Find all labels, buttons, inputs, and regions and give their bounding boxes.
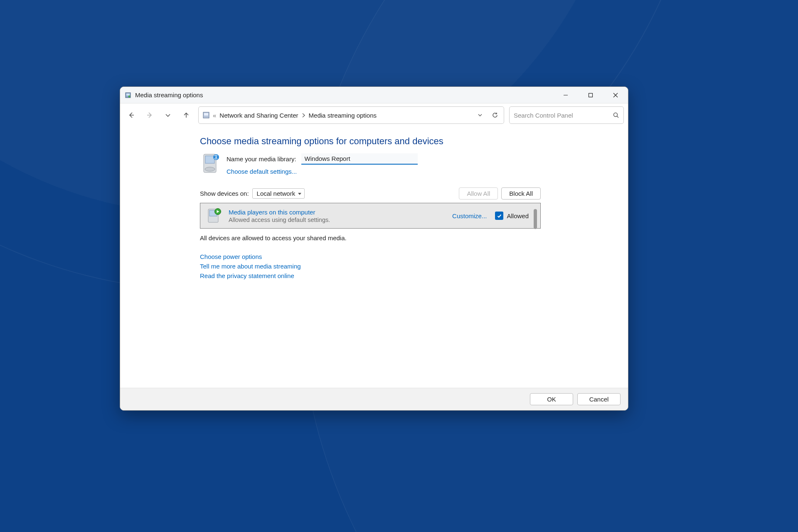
svg-rect-6 [204, 113, 208, 116]
titlebar: Media streaming options [120, 87, 628, 103]
nav-toolbar: « Network and Sharing Center Media strea… [120, 103, 628, 127]
content-area: Choose media streaming options for compu… [120, 127, 628, 388]
search-input[interactable] [514, 112, 613, 119]
device-list: Media players on this computer Allowed a… [200, 203, 541, 229]
show-devices-label: Show devices on: [200, 190, 249, 197]
minimize-button[interactable] [553, 87, 578, 103]
block-all-button[interactable]: Block All [501, 187, 541, 200]
svg-line-8 [617, 116, 619, 118]
scrollbar-thumb[interactable] [534, 209, 537, 229]
svg-rect-1 [126, 94, 130, 96]
breadcrumb-network-sharing[interactable]: Network and Sharing Center [219, 111, 299, 120]
address-icon [202, 111, 210, 119]
show-devices-value: Local network [257, 190, 296, 197]
allow-all-button[interactable]: Allow All [459, 187, 498, 200]
allowed-toggle[interactable]: Allowed [495, 212, 529, 220]
search-field[interactable] [509, 106, 624, 124]
svg-rect-10 [205, 156, 214, 163]
chevron-right-icon [302, 113, 305, 118]
status-line: All devices are allowed to access your s… [200, 234, 620, 241]
device-row[interactable]: Media players on this computer Allowed a… [200, 203, 540, 228]
more-about-streaming-link[interactable]: Tell me more about media streaming [200, 263, 620, 270]
svg-point-13 [215, 156, 217, 158]
address-history-dropdown[interactable] [474, 109, 486, 121]
show-devices-select[interactable]: Local network [252, 188, 305, 199]
search-icon [613, 112, 619, 118]
maximize-button[interactable] [578, 87, 603, 103]
default-settings-link[interactable]: Choose default settings... [227, 168, 418, 175]
close-button[interactable] [603, 87, 628, 103]
app-icon [124, 91, 132, 99]
window-title: Media streaming options [135, 91, 203, 99]
device-title: Media players on this computer [229, 209, 446, 216]
library-name-input[interactable] [301, 153, 418, 165]
page-title: Choose media streaming options for compu… [200, 136, 620, 147]
svg-point-11 [205, 167, 215, 171]
back-button[interactable] [123, 106, 140, 124]
forward-button[interactable] [141, 106, 158, 124]
media-player-icon [206, 207, 223, 224]
customize-link[interactable]: Customize... [452, 212, 487, 219]
control-panel-window: Media streaming options « [120, 86, 628, 411]
power-options-link[interactable]: Choose power options [200, 253, 620, 260]
up-button[interactable] [177, 106, 195, 124]
library-name-label: Name your media library: [227, 155, 296, 163]
device-subtitle: Allowed access using default settings. [229, 217, 446, 223]
svg-point-7 [614, 113, 618, 117]
allowed-label: Allowed [507, 212, 529, 219]
media-library-icon [200, 153, 223, 176]
cancel-button[interactable]: Cancel [577, 393, 621, 405]
privacy-statement-link[interactable]: Read the privacy statement online [200, 272, 620, 279]
media-library-section: Name your media library: Choose default … [200, 153, 620, 176]
recent-locations-button[interactable] [159, 106, 177, 124]
dialog-footer: OK Cancel [120, 388, 628, 410]
address-bar[interactable]: « Network and Sharing Center Media strea… [198, 106, 504, 124]
refresh-button[interactable] [489, 109, 501, 121]
svg-rect-4 [589, 93, 593, 97]
help-links: Choose power options Tell me more about … [200, 253, 620, 279]
svg-rect-3 [564, 95, 568, 95]
checkbox-checked-icon [495, 212, 503, 220]
device-filter-row: Show devices on: Local network Allow All… [200, 187, 541, 200]
breadcrumb-media-streaming[interactable]: Media streaming options [308, 111, 377, 120]
breadcrumb-ellipsis: « [213, 112, 216, 119]
ok-button[interactable]: OK [530, 393, 573, 405]
